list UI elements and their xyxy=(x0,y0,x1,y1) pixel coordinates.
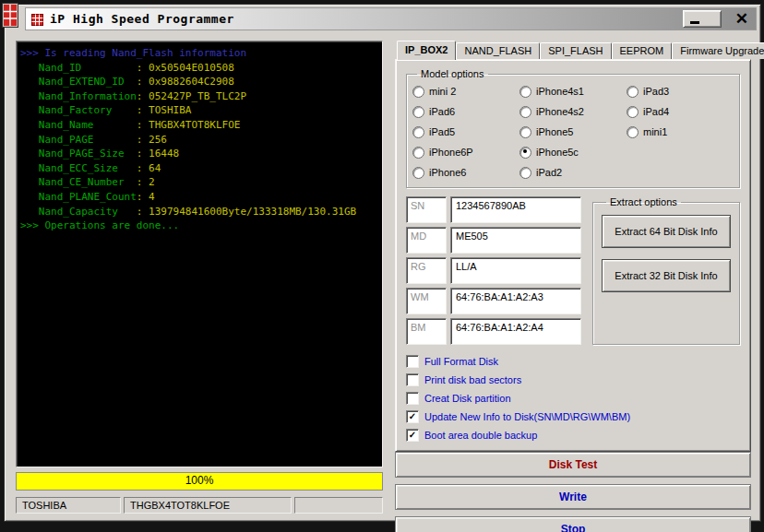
tab-firmware-upgrade[interactable]: Firmware Upgrade xyxy=(672,42,764,59)
titlebar: iP High Speed Programmer ✕ xyxy=(25,7,757,30)
checkbox-creat-disk-partition[interactable]: Creat Disk partition xyxy=(406,392,740,405)
checkbox-label: Creat Disk partition xyxy=(424,393,511,404)
radio-circle-icon xyxy=(627,86,639,98)
console-entry-value: : 139794841600Byte/133318MB/130.31GB xyxy=(137,206,356,218)
field-input-wm[interactable]: 64:76:BA:A1:A2:A3 xyxy=(450,288,581,314)
app-window: iP High Speed Programmer ✕ >>> Is readin… xyxy=(4,4,761,522)
fields-and-extract-row: SN1234567890ABMDME505RGLL/AWM64:76:BA:A1… xyxy=(406,196,740,345)
console-entry-label: Nand_Factory xyxy=(39,103,137,118)
console-entry-value: : THGBX4TOT8KLFOE xyxy=(137,119,241,131)
checkbox-label: Boot area double backup xyxy=(424,430,537,441)
console-entry-value: : 4 xyxy=(137,191,155,203)
field-input-bm[interactable]: 64:76:BA:A1:A2:A4 xyxy=(450,318,581,345)
action-buttons: Disk TestWriteStop xyxy=(395,452,751,532)
field-input-rg[interactable]: LL/A xyxy=(450,257,581,284)
console-log: >>> Is reading Nand_Flash informationNan… xyxy=(16,41,383,467)
console-entry: Nand_Factory: TOSHIBA xyxy=(20,103,378,118)
extract-32-bit-disk-info-button[interactable]: Extract 32 Bit Disk Info xyxy=(602,259,731,292)
field-label-sn: SN xyxy=(406,196,447,223)
checkbox-label: Full Format Disk xyxy=(424,356,498,367)
status-cell-1: TOSHIBA xyxy=(16,497,121,514)
radio-label: iPad6 xyxy=(429,106,455,117)
extract-64-bit-disk-info-button[interactable]: Extract 64 Bit Disk Info xyxy=(602,215,731,248)
radio-ipad4[interactable]: iPad4 xyxy=(627,101,734,122)
progress-bar: 100% xyxy=(16,472,383,491)
console-entry-label: Nand_Capacity xyxy=(39,205,137,219)
field-row-rg: RGLL/A xyxy=(406,257,581,284)
checkbox-unchecked-icon xyxy=(406,373,419,386)
console-entry-label: Nand_ID xyxy=(39,61,137,76)
radio-label: iPhone6 xyxy=(429,167,466,178)
radio-label: iPad5 xyxy=(429,126,455,137)
console-done-line: >>> Operations are done... xyxy=(20,219,378,233)
radio-circle-icon xyxy=(519,86,531,98)
radio-label: iPad2 xyxy=(536,167,562,178)
disk-test-button[interactable]: Disk Test xyxy=(395,452,751,478)
radio-circle-icon xyxy=(519,167,531,179)
left-pane: >>> Is reading Nand_Flash informationNan… xyxy=(16,41,383,514)
console-entry-label: Nand_ECC_Size xyxy=(39,161,137,176)
field-row-wm: WM64:76:BA:A1:A2:A3 xyxy=(406,288,581,314)
console-entry: Nand_PAGE: 256 xyxy=(20,133,378,148)
radio-ipad6[interactable]: iPad6 xyxy=(412,101,519,122)
console-entry: Nand_CE_Number: 2 xyxy=(20,175,378,190)
radio-iphone5[interactable]: iPhone5 xyxy=(519,122,627,142)
tab-spi-flash[interactable]: SPI_FLASH xyxy=(540,42,611,59)
checkbox-print-disk-bad-sectors[interactable]: Print disk bad sectors xyxy=(406,373,740,386)
radio-iphone5c[interactable]: iPhone5c xyxy=(519,142,627,162)
radio-circle-icon xyxy=(412,106,424,118)
radio-label: iPhone6P xyxy=(429,147,473,158)
radio-ipad2[interactable]: iPad2 xyxy=(519,162,627,183)
radio-ipad5[interactable]: iPad5 xyxy=(412,122,519,142)
model-radio-grid: mini 2iPad6iPad5iPhone6PiPhone6iPhone4s1… xyxy=(412,81,734,183)
checkbox-unchecked-icon xyxy=(406,392,419,405)
checkbox-checked-icon: ✓ xyxy=(406,429,419,442)
field-row-md: MDME505 xyxy=(406,227,581,254)
console-entry-value: : 0x9882604C2908 xyxy=(137,76,234,88)
model-radio-column: iPhone4s1iPhone4s2iPhone5iPhone5ciPad2 xyxy=(519,81,627,183)
tab-ip-box2[interactable]: IP_BOX2 xyxy=(397,41,456,60)
progress-label: 100% xyxy=(185,474,214,487)
console-entry-value: : 64 xyxy=(137,162,161,174)
console-entry: Nand_Name: THGBX4TOT8KLFOE xyxy=(20,118,378,133)
console-entry-value: : 256 xyxy=(137,134,167,146)
status-cell-3 xyxy=(294,497,383,514)
radio-circle-icon xyxy=(412,126,424,138)
checkbox-label: Update New Info to Disk(SN\MD\RG\WM\BM) xyxy=(424,411,630,422)
radio-circle-icon xyxy=(627,106,639,118)
checkbox-boot-area-double-backup[interactable]: ✓Boot area double backup xyxy=(406,429,740,442)
right-pane: IP_BOX2NAND_FLASHSPI_FLASHEEPROMFirmware… xyxy=(395,41,751,514)
checkbox-full-format-disk[interactable]: Full Format Disk xyxy=(406,355,740,368)
radio-mini-2[interactable]: mini 2 xyxy=(412,81,519,101)
console-entry-value: : 052427P_TB_TLC2P xyxy=(137,90,246,102)
console-entry-value: : 0x50504E010508 xyxy=(137,62,234,74)
console-entry-label: Nand_PAGE_Size xyxy=(39,147,137,161)
radio-iphone6[interactable]: iPhone6 xyxy=(412,162,519,183)
radio-iphone4s2[interactable]: iPhone4s2 xyxy=(519,101,627,122)
stop-button[interactable]: Stop xyxy=(395,516,751,532)
radio-iphone4s1[interactable]: iPhone4s1 xyxy=(519,81,627,101)
field-input-md[interactable]: ME505 xyxy=(450,227,581,254)
console-entry: Nand_PAGE_Size: 16448 xyxy=(20,147,378,161)
radio-iphone6p[interactable]: iPhone6P xyxy=(412,142,519,162)
field-row-bm: BM64:76:BA:A1:A2:A4 xyxy=(406,318,581,345)
minimize-button[interactable] xyxy=(683,10,722,28)
radio-circle-icon xyxy=(519,147,531,159)
tab-eeprom[interactable]: EEPROM xyxy=(612,42,673,59)
radio-label: mini1 xyxy=(643,126,667,137)
desktop-red-grid-icon xyxy=(2,3,18,28)
write-button[interactable]: Write xyxy=(395,484,751,510)
field-row-sn: SN1234567890AB xyxy=(406,196,581,223)
radio-circle-icon xyxy=(412,86,424,98)
checkbox-update-new-info-to-disk-sn-md-rg-wm-bm[interactable]: ✓Update New Info to Disk(SN\MD\RG\WM\BM) xyxy=(406,410,740,423)
close-button[interactable]: ✕ xyxy=(734,11,750,27)
checkbox-list: Full Format DiskPrint disk bad sectorsCr… xyxy=(406,355,740,442)
tab-nand-flash[interactable]: NAND_FLASH xyxy=(456,42,540,59)
radio-mini1[interactable]: mini1 xyxy=(627,122,734,142)
radio-ipad3[interactable]: iPad3 xyxy=(627,81,734,101)
console-entry-value: : 2 xyxy=(137,176,155,188)
field-input-sn[interactable]: 1234567890AB xyxy=(450,196,581,223)
radio-circle-icon xyxy=(519,106,531,118)
console-entry: Nand_Capacity: 139794841600Byte/133318MB… xyxy=(20,205,378,219)
console-info-line: >>> Is reading Nand_Flash information xyxy=(20,46,378,61)
